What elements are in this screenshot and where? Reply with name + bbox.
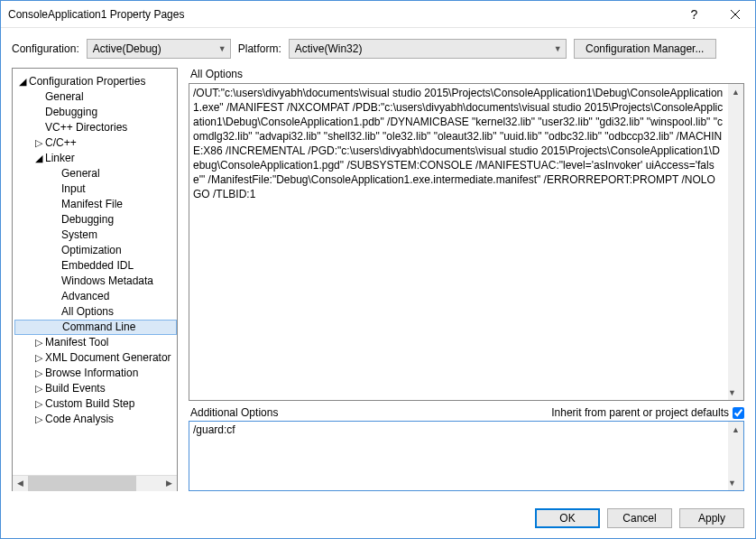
additional-options-label: Additional Options <box>190 406 278 419</box>
tree-item-ccpp[interactable]: ▷C/C++ <box>14 135 177 151</box>
tree-label: Build Events <box>45 381 106 396</box>
scroll-down-icon[interactable]: ▼ <box>728 475 736 490</box>
caret-right-icon: ▷ <box>34 135 43 151</box>
tree-label: General <box>61 166 100 181</box>
scroll-right-icon[interactable]: ▶ <box>161 476 177 491</box>
platform-value: Active(Win32) <box>295 42 363 55</box>
tree-item-linker-general[interactable]: ▷General <box>14 166 177 181</box>
tree-item-linker-input[interactable]: ▷Input <box>14 181 177 197</box>
tree-h-scrollbar[interactable]: ◀ ▶ <box>13 475 177 490</box>
caret-right-icon: ▷ <box>34 396 43 412</box>
platform-dropdown[interactable]: Active(Win32) ▼ <box>289 39 567 59</box>
chevron-down-icon: ▼ <box>218 44 226 53</box>
apply-button[interactable]: Apply <box>679 508 744 528</box>
scroll-up-icon[interactable]: ▲ <box>728 422 743 437</box>
tree-item-linker[interactable]: ◢Linker <box>14 151 177 166</box>
window-title: ConsoleApplication1 Property Pages <box>8 8 674 21</box>
tree-item-linker-all-options[interactable]: ▷All Options <box>14 304 177 320</box>
tree-label: Manifest File <box>61 197 123 212</box>
scroll-track[interactable] <box>28 476 161 491</box>
additional-options-textbox[interactable]: /guard:cf ▲ ▼ <box>189 421 744 491</box>
configuration-label: Configuration: <box>12 42 79 55</box>
caret-right-icon: ▷ <box>34 366 43 381</box>
tree-label: XML Document Generator <box>45 350 171 366</box>
config-row: Configuration: Active(Debug) ▼ Platform:… <box>1 28 755 68</box>
tree-label: Debugging <box>61 212 114 228</box>
ok-label: OK <box>559 512 575 525</box>
close-button[interactable] <box>715 1 755 27</box>
tree-item-code-analysis[interactable]: ▷Code Analysis <box>14 412 177 427</box>
tree-label: Code Analysis <box>45 412 114 427</box>
all-options-textbox[interactable]: /OUT:"c:\users\divyabh\documents\visual … <box>189 83 744 401</box>
caret-right-icon: ▷ <box>34 350 43 366</box>
button-row: OK Cancel Apply <box>1 498 755 538</box>
v-scrollbar[interactable]: ▲ ▼ <box>728 422 743 490</box>
tree-label: Advanced <box>61 289 109 304</box>
tree-item-debugging[interactable]: ▷Debugging <box>14 105 177 120</box>
tree-item-linker-debugging[interactable]: ▷Debugging <box>14 212 177 228</box>
caret-right-icon: ▷ <box>34 412 43 427</box>
platform-label: Platform: <box>238 42 281 55</box>
tree-item-browse-info[interactable]: ▷Browse Information <box>14 366 177 381</box>
tree-item-general[interactable]: ▷General <box>14 89 177 105</box>
scroll-thumb[interactable] <box>28 476 136 491</box>
right-pane: All Options /OUT:"c:\users\divyabh\docum… <box>189 68 744 491</box>
additional-options-value: /guard:cf <box>193 423 235 436</box>
tree-label: All Options <box>61 304 114 320</box>
v-scrollbar[interactable]: ▲ ▼ <box>728 84 743 400</box>
tree-label: Input <box>61 181 86 197</box>
inherit-checkbox[interactable] <box>733 407 744 419</box>
caret-down-icon: ◢ <box>34 151 43 166</box>
cancel-label: Cancel <box>622 512 656 525</box>
tree-item-custom-build[interactable]: ▷Custom Build Step <box>14 396 177 412</box>
scroll-up-icon[interactable]: ▲ <box>728 84 743 99</box>
tree-label: Manifest Tool <box>45 335 108 350</box>
tree-root[interactable]: ◢Configuration Properties <box>14 74 177 89</box>
caret-right-icon: ▷ <box>34 381 43 396</box>
configuration-manager-label: Configuration Manager... <box>585 42 704 55</box>
tree-item-manifest-tool[interactable]: ▷Manifest Tool <box>14 335 177 350</box>
body: ◢Configuration Properties ▷General ▷Debu… <box>1 68 755 498</box>
configuration-value: Active(Debug) <box>93 42 161 55</box>
tree-item-linker-advanced[interactable]: ▷Advanced <box>14 289 177 304</box>
ok-button[interactable]: OK <box>535 508 600 528</box>
tree-label: Embedded IDL <box>61 258 134 274</box>
tree-label: General <box>45 89 84 105</box>
chevron-down-icon: ▼ <box>554 44 562 53</box>
tree-item-linker-system[interactable]: ▷System <box>14 228 177 243</box>
tree-label: Linker <box>45 151 75 166</box>
tree-label: System <box>61 228 97 243</box>
help-button[interactable]: ? <box>674 1 715 27</box>
tree[interactable]: ◢Configuration Properties ▷General ▷Debu… <box>13 74 177 475</box>
caret-right-icon: ▷ <box>34 335 43 350</box>
all-options-label: All Options <box>190 68 744 80</box>
property-pages-window: ConsoleApplication1 Property Pages ? Con… <box>0 0 756 539</box>
tree-item-linker-command-line[interactable]: ▷Command Line <box>14 320 177 335</box>
tree-item-xml-doc[interactable]: ▷XML Document Generator <box>14 350 177 366</box>
tree-label: Debugging <box>45 105 97 120</box>
scroll-down-icon[interactable]: ▼ <box>728 385 736 400</box>
tree-label: Command Line <box>62 320 135 335</box>
tree-label: Windows Metadata <box>61 274 153 289</box>
tree-label: Browse Information <box>45 366 138 381</box>
tree-label: C/C++ <box>45 135 77 151</box>
all-options-text: /OUT:"c:\users\divyabh\documents\visual … <box>193 86 740 201</box>
tree-item-linker-optimization[interactable]: ▷Optimization <box>14 243 177 258</box>
tree-item-linker-win-metadata[interactable]: ▷Windows Metadata <box>14 274 177 289</box>
tree-item-linker-manifest-file[interactable]: ▷Manifest File <box>14 197 177 212</box>
inherit-label: Inherit from parent or project defaults <box>551 406 729 419</box>
tree-item-linker-embedded-idl[interactable]: ▷Embedded IDL <box>14 258 177 274</box>
configuration-dropdown[interactable]: Active(Debug) ▼ <box>87 39 231 59</box>
cancel-button[interactable]: Cancel <box>607 508 672 528</box>
tree-label: Configuration Properties <box>29 74 145 89</box>
tree-label: Optimization <box>61 243 122 258</box>
apply-label: Apply <box>698 512 725 525</box>
tree-item-build-events[interactable]: ▷Build Events <box>14 381 177 396</box>
tree-item-vcpp[interactable]: ▷VC++ Directories <box>14 120 177 135</box>
titlebar: ConsoleApplication1 Property Pages ? <box>1 1 755 28</box>
tree-label: VC++ Directories <box>45 120 127 135</box>
caret-down-icon: ◢ <box>18 74 27 89</box>
scroll-left-icon[interactable]: ◀ <box>13 476 28 491</box>
tree-label: Custom Build Step <box>45 396 134 412</box>
configuration-manager-button[interactable]: Configuration Manager... <box>574 39 716 59</box>
